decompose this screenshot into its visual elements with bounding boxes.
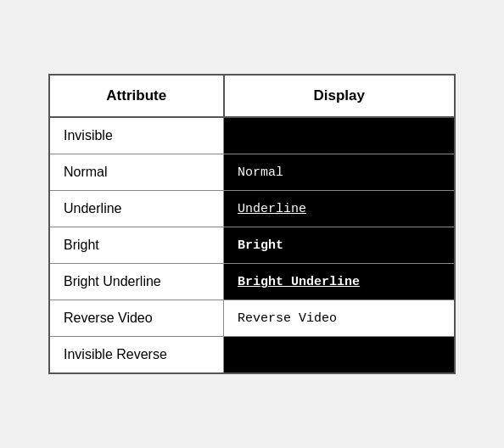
display-cell: Reverse Video (224, 300, 455, 337)
table-row: NormalNormal (49, 154, 455, 191)
table-row: Reverse VideoReverse Video (49, 300, 455, 337)
attribute-table-container: Attribute Display InvisibleNormalNormalU… (48, 74, 456, 374)
display-cell: Underline (224, 191, 455, 227)
display-cell (224, 337, 455, 374)
attribute-cell: Bright (49, 227, 224, 264)
table-row: Invisible (49, 117, 455, 154)
attribute-cell: Normal (49, 154, 224, 191)
display-header: Display (224, 75, 455, 117)
table-row: Invisible Reverse (49, 337, 455, 374)
display-cell: Bright (224, 227, 455, 264)
display-cell: Bright Underline (224, 264, 455, 300)
table-row: Bright UnderlineBright Underline (49, 264, 455, 300)
attribute-cell: Underline (49, 191, 224, 227)
table-row: UnderlineUnderline (49, 191, 455, 227)
table-row: BrightBright (49, 227, 455, 264)
attribute-cell: Invisible (49, 117, 224, 154)
attribute-cell: Invisible Reverse (49, 337, 224, 374)
attribute-display-table: Attribute Display InvisibleNormalNormalU… (48, 74, 456, 374)
display-cell (224, 117, 455, 154)
display-cell: Normal (224, 154, 455, 191)
attribute-cell: Reverse Video (49, 300, 224, 337)
attribute-cell: Bright Underline (49, 264, 224, 300)
attribute-header: Attribute (49, 75, 224, 117)
table-header-row: Attribute Display (49, 75, 455, 117)
